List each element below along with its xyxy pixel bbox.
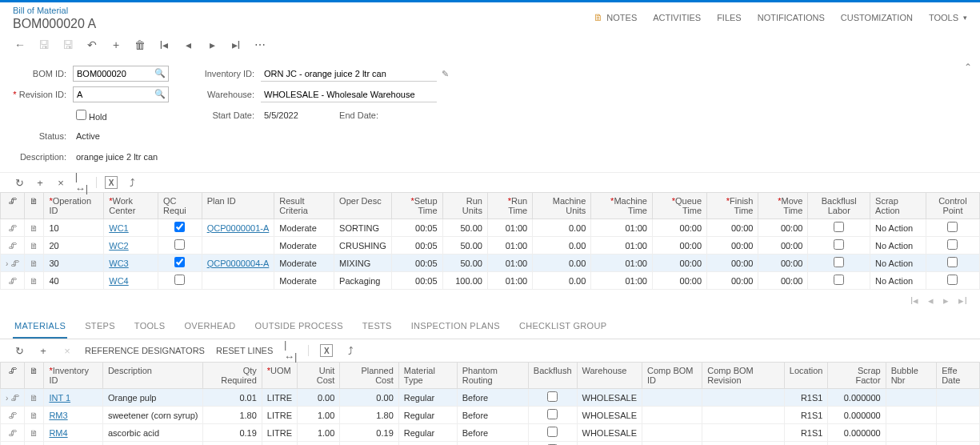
cell-desc[interactable]: GLOVES [102, 442, 203, 446]
cell-work-center[interactable]: WC2 [104, 237, 158, 255]
cell-cp[interactable] [926, 272, 979, 290]
cell-desc[interactable]: CRUSHING [334, 237, 392, 255]
col-notes[interactable]: 🗎 [25, 193, 44, 219]
cell-cp[interactable] [926, 255, 979, 272]
cell-setup[interactable]: 00:05 [391, 272, 442, 290]
mcol-inventory-id[interactable]: *Inventory ID [44, 363, 103, 389]
cell-operation-id[interactable]: 30 [44, 255, 104, 272]
col-backflush-labor[interactable]: Backflusl Labor [808, 193, 870, 219]
col-move-time[interactable]: *Move Time [758, 193, 808, 219]
cell-compbom[interactable] [642, 407, 702, 424]
cell-planned[interactable]: 1.80 [340, 407, 398, 424]
cell-qty[interactable]: 0.19 [203, 424, 262, 442]
inventory-id-input[interactable] [261, 66, 437, 82]
notifications-link[interactable]: NOTIFICATIONS [758, 13, 825, 22]
cell-queue[interactable]: 00:00 [652, 272, 706, 290]
cell-finish[interactable]: 00:00 [707, 237, 758, 255]
cell-desc[interactable]: sweetener (corn syrup) [102, 407, 203, 424]
cell-qc[interactable] [158, 237, 202, 255]
last-button[interactable]: ▸I [229, 38, 243, 52]
col-work-center[interactable]: *Work Center [104, 193, 158, 219]
export-excel-button[interactable]: X [105, 176, 118, 189]
note-icon[interactable]: 🗎 [30, 241, 38, 251]
cell-phantom[interactable]: Before [457, 424, 528, 442]
cell-loc[interactable]: R1S1 [784, 407, 828, 424]
tab-overhead[interactable]: OVERHEAD [182, 315, 237, 339]
note-icon[interactable]: 🗎 [30, 276, 38, 286]
cell-scrap[interactable]: 0.000000 [828, 389, 886, 407]
col-oper-desc[interactable]: Oper Desc [334, 193, 392, 219]
cell-wh[interactable]: WHOLESALE [577, 442, 642, 446]
mcol-material-type[interactable]: Material Type [398, 363, 457, 389]
cell-eff[interactable] [937, 407, 980, 424]
col-control-point[interactable]: Control Point [926, 193, 979, 219]
cell-wh[interactable]: WHOLESALE [577, 424, 642, 442]
cell-bubble[interactable] [886, 407, 937, 424]
cell-work-center[interactable]: WC1 [104, 219, 158, 237]
note-icon[interactable]: 🗎 [30, 223, 38, 233]
mcol-comp-bom-rev[interactable]: Comp BOM Revision [702, 363, 785, 389]
cell-cp[interactable] [926, 237, 979, 255]
mcol-attach[interactable]: 🖇 [1, 363, 25, 389]
cell-rununits[interactable]: 50.00 [442, 219, 487, 237]
cell-cp[interactable] [926, 219, 979, 237]
col-operation-id[interactable]: *Operation ID [44, 193, 104, 219]
cell-runtime[interactable]: 01:00 [487, 237, 532, 255]
fit-columns-button[interactable]: |↔| [75, 176, 88, 189]
cell-unit[interactable]: 1.00 [298, 407, 340, 424]
cell-setup[interactable]: 00:05 [391, 255, 442, 272]
cell-move[interactable]: 00:00 [758, 219, 808, 237]
col-queue-time[interactable]: *Queue Time [652, 193, 706, 219]
cell-bubble[interactable] [886, 389, 937, 407]
cell-finish[interactable]: 00:00 [707, 272, 758, 290]
cell-result[interactable]: Moderate [274, 272, 334, 290]
cell-result[interactable]: Moderate [274, 219, 334, 237]
cell-wh[interactable]: WHOLESALE [577, 407, 642, 424]
cell-runtime[interactable]: 01:00 [487, 272, 532, 290]
table-row[interactable]: › 🖇🗎30WC3QCP0000004-AModerateMIXING00:05… [1, 255, 980, 272]
cell-munits[interactable]: 0.00 [533, 255, 591, 272]
cell-bf[interactable] [528, 424, 577, 442]
mat-refresh-button[interactable]: ↻ [13, 344, 26, 357]
tab-steps[interactable]: STEPS [83, 315, 117, 339]
cell-munits[interactable]: 0.00 [533, 272, 591, 290]
mcol-qty-required[interactable]: Qty Required [203, 363, 262, 389]
cell-work-center[interactable]: WC3 [104, 255, 158, 272]
pager-next-icon[interactable]: ▸ [943, 295, 949, 307]
note-icon[interactable]: 🗎 [30, 428, 38, 438]
cell-type[interactable]: Regular [398, 442, 457, 446]
pager-last-icon[interactable]: ▸I [958, 295, 967, 307]
cell-loc[interactable]: R1S1 [784, 389, 828, 407]
tab-inspection-plans[interactable]: INSPECTION PLANS [410, 315, 502, 339]
cell-result[interactable]: Moderate [274, 255, 334, 272]
col-attach[interactable]: 🖇 [1, 193, 25, 219]
delete-button[interactable]: 🗑 [133, 38, 147, 52]
cell-mtime[interactable]: 01:00 [591, 237, 653, 255]
collapse-form-icon[interactable]: ⌃ [964, 62, 972, 73]
cell-mtime[interactable]: 01:00 [591, 255, 653, 272]
col-qc-requi[interactable]: QC Requi [158, 193, 202, 219]
cell-uom[interactable]: LITRE [262, 389, 297, 407]
cell-type[interactable]: Regular [398, 407, 457, 424]
cell-finish[interactable]: 00:00 [707, 219, 758, 237]
cell-backflush[interactable] [808, 255, 870, 272]
cell-bf[interactable] [528, 442, 577, 446]
cell-uom[interactable]: LITRE [262, 424, 297, 442]
cell-uom[interactable]: LITRE [262, 407, 297, 424]
cell-phantom[interactable]: Before [457, 389, 528, 407]
next-button[interactable]: ▸ [205, 38, 219, 52]
notes-link[interactable]: NOTES [594, 12, 637, 23]
cell-type[interactable]: Regular [398, 389, 457, 407]
cell-scrap[interactable]: 0.000000 [828, 442, 886, 446]
cell-scrap[interactable]: 0.000000 [828, 424, 886, 442]
cell-eff[interactable] [937, 389, 980, 407]
cell-plan-id[interactable]: QCP0000004-A [202, 255, 274, 272]
cell-desc[interactable]: Orange pulp [102, 389, 203, 407]
pencil-icon[interactable]: ✎ [442, 69, 449, 79]
cell-operation-id[interactable]: 10 [44, 219, 104, 237]
files-link[interactable]: FILES [717, 13, 742, 22]
cell-backflush[interactable] [808, 272, 870, 290]
cell-compbom[interactable] [642, 424, 702, 442]
mcol-planned-cost[interactable]: Planned Cost [340, 363, 398, 389]
first-button[interactable]: I◂ [157, 38, 171, 52]
